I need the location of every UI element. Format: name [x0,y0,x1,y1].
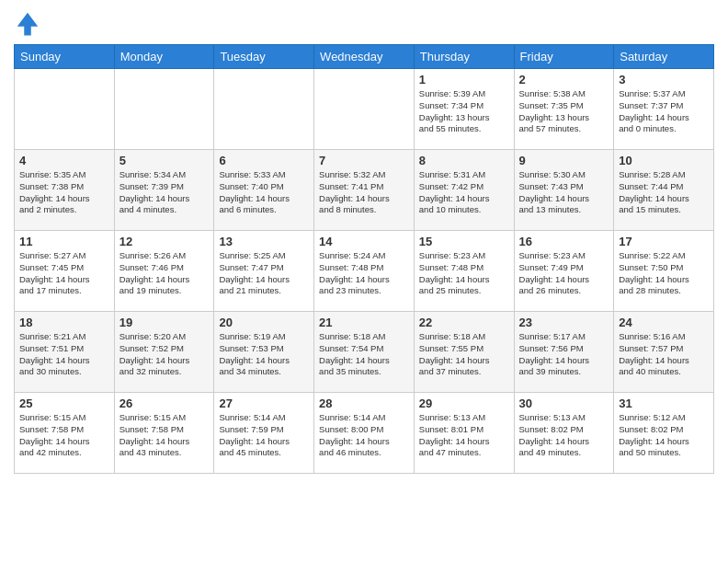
day-number: 31 [619,396,709,410]
calendar-cell: 13Sunrise: 5:25 AM Sunset: 7:47 PM Dayli… [214,231,314,312]
day-number: 5 [119,154,210,167]
day-number: 13 [219,235,309,248]
calendar-cell: 2Sunrise: 5:38 AM Sunset: 7:35 PM Daylig… [514,69,614,150]
calendar-cell: 27Sunrise: 5:14 AM Sunset: 7:59 PM Dayli… [214,393,314,474]
calendar-cell: 23Sunrise: 5:17 AM Sunset: 7:56 PM Dayli… [514,312,614,393]
calendar-header-monday: Monday [114,45,214,69]
calendar-week-3: 18Sunrise: 5:21 AM Sunset: 7:51 PM Dayli… [15,312,714,393]
day-info: Sunrise: 5:32 AM Sunset: 7:41 PM Dayligh… [319,169,409,216]
calendar-cell: 1Sunrise: 5:39 AM Sunset: 7:34 PM Daylig… [414,69,514,150]
logo [14,9,45,37]
day-number: 22 [419,316,509,329]
calendar-cell: 10Sunrise: 5:28 AM Sunset: 7:44 PM Dayli… [614,150,714,231]
calendar-week-0: 1Sunrise: 5:39 AM Sunset: 7:34 PM Daylig… [15,69,714,150]
calendar-cell: 28Sunrise: 5:14 AM Sunset: 8:00 PM Dayli… [314,393,415,474]
day-number: 11 [19,235,109,248]
calendar-cell: 15Sunrise: 5:23 AM Sunset: 7:48 PM Dayli… [414,231,514,312]
day-number: 29 [419,396,509,410]
calendar-header-sunday: Sunday [15,45,115,69]
day-number: 25 [19,396,109,410]
calendar-header-row: SundayMondayTuesdayWednesdayThursdayFrid… [15,45,714,69]
calendar-cell: 9Sunrise: 5:30 AM Sunset: 7:43 PM Daylig… [514,150,614,231]
day-info: Sunrise: 5:14 AM Sunset: 7:59 PM Dayligh… [219,412,309,459]
day-number: 27 [219,396,309,410]
calendar-cell: 12Sunrise: 5:26 AM Sunset: 7:46 PM Dayli… [114,231,214,312]
calendar-cell [15,69,115,150]
day-info: Sunrise: 5:26 AM Sunset: 7:46 PM Dayligh… [119,250,210,297]
day-number: 3 [619,73,709,86]
calendar-header-thursday: Thursday [414,45,514,69]
day-number: 9 [519,154,609,167]
day-info: Sunrise: 5:18 AM Sunset: 7:54 PM Dayligh… [319,331,409,378]
day-number: 8 [419,154,509,167]
day-info: Sunrise: 5:21 AM Sunset: 7:51 PM Dayligh… [19,331,109,378]
day-info: Sunrise: 5:23 AM Sunset: 7:49 PM Dayligh… [519,250,609,297]
calendar-cell: 24Sunrise: 5:16 AM Sunset: 7:57 PM Dayli… [614,312,714,393]
day-number: 21 [319,316,409,329]
calendar-cell: 16Sunrise: 5:23 AM Sunset: 7:49 PM Dayli… [514,231,614,312]
calendar: SundayMondayTuesdayWednesdayThursdayFrid… [14,44,714,474]
day-info: Sunrise: 5:25 AM Sunset: 7:47 PM Dayligh… [219,250,309,297]
day-info: Sunrise: 5:15 AM Sunset: 7:58 PM Dayligh… [119,412,210,459]
day-info: Sunrise: 5:18 AM Sunset: 7:55 PM Dayligh… [419,331,509,378]
calendar-cell: 26Sunrise: 5:15 AM Sunset: 7:58 PM Dayli… [114,393,214,474]
day-number: 7 [319,154,409,167]
calendar-cell: 6Sunrise: 5:33 AM Sunset: 7:40 PM Daylig… [214,150,314,231]
day-number: 28 [319,396,409,410]
calendar-cell [214,69,314,150]
calendar-cell: 17Sunrise: 5:22 AM Sunset: 7:50 PM Dayli… [614,231,714,312]
calendar-header-friday: Friday [514,45,614,69]
day-info: Sunrise: 5:20 AM Sunset: 7:52 PM Dayligh… [119,331,210,378]
calendar-header-tuesday: Tuesday [214,45,314,69]
day-info: Sunrise: 5:19 AM Sunset: 7:53 PM Dayligh… [219,331,309,378]
calendar-header-wednesday: Wednesday [314,45,415,69]
day-number: 26 [119,396,210,410]
day-info: Sunrise: 5:35 AM Sunset: 7:38 PM Dayligh… [19,169,109,216]
day-info: Sunrise: 5:27 AM Sunset: 7:45 PM Dayligh… [19,250,109,297]
day-info: Sunrise: 5:33 AM Sunset: 7:40 PM Dayligh… [219,169,309,216]
day-number: 1 [419,73,509,86]
day-info: Sunrise: 5:38 AM Sunset: 7:35 PM Dayligh… [519,88,609,135]
day-number: 19 [119,316,210,329]
calendar-cell: 25Sunrise: 5:15 AM Sunset: 7:58 PM Dayli… [15,393,115,474]
day-info: Sunrise: 5:14 AM Sunset: 8:00 PM Dayligh… [319,412,409,459]
calendar-cell [314,69,415,150]
calendar-cell: 19Sunrise: 5:20 AM Sunset: 7:52 PM Dayli… [114,312,214,393]
header [14,9,714,37]
calendar-week-1: 4Sunrise: 5:35 AM Sunset: 7:38 PM Daylig… [15,150,714,231]
day-info: Sunrise: 5:22 AM Sunset: 7:50 PM Dayligh… [619,250,709,297]
day-info: Sunrise: 5:16 AM Sunset: 7:57 PM Dayligh… [619,331,709,378]
day-info: Sunrise: 5:24 AM Sunset: 7:48 PM Dayligh… [319,250,409,297]
day-number: 12 [119,235,210,248]
calendar-header-saturday: Saturday [614,45,714,69]
calendar-cell: 4Sunrise: 5:35 AM Sunset: 7:38 PM Daylig… [15,150,115,231]
day-number: 20 [219,316,309,329]
calendar-cell: 11Sunrise: 5:27 AM Sunset: 7:45 PM Dayli… [15,231,115,312]
calendar-cell: 7Sunrise: 5:32 AM Sunset: 7:41 PM Daylig… [314,150,415,231]
day-number: 2 [519,73,609,86]
day-info: Sunrise: 5:31 AM Sunset: 7:42 PM Dayligh… [419,169,509,216]
calendar-week-2: 11Sunrise: 5:27 AM Sunset: 7:45 PM Dayli… [15,231,714,312]
day-number: 23 [519,316,609,329]
svg-marker-0 [17,13,39,36]
day-number: 17 [619,235,709,248]
day-number: 4 [19,154,109,167]
calendar-cell: 3Sunrise: 5:37 AM Sunset: 7:37 PM Daylig… [614,69,714,150]
day-info: Sunrise: 5:12 AM Sunset: 8:02 PM Dayligh… [619,412,709,459]
day-info: Sunrise: 5:23 AM Sunset: 7:48 PM Dayligh… [419,250,509,297]
day-info: Sunrise: 5:37 AM Sunset: 7:37 PM Dayligh… [619,88,709,135]
day-info: Sunrise: 5:13 AM Sunset: 8:01 PM Dayligh… [419,412,509,459]
calendar-cell: 18Sunrise: 5:21 AM Sunset: 7:51 PM Dayli… [15,312,115,393]
calendar-cell: 20Sunrise: 5:19 AM Sunset: 7:53 PM Dayli… [214,312,314,393]
calendar-cell [114,69,214,150]
page: SundayMondayTuesdayWednesdayThursdayFrid… [0,0,728,563]
calendar-cell: 30Sunrise: 5:13 AM Sunset: 8:02 PM Dayli… [514,393,614,474]
day-info: Sunrise: 5:17 AM Sunset: 7:56 PM Dayligh… [519,331,609,378]
day-number: 30 [519,396,609,410]
calendar-cell: 8Sunrise: 5:31 AM Sunset: 7:42 PM Daylig… [414,150,514,231]
day-number: 14 [319,235,409,248]
day-number: 15 [419,235,509,248]
day-info: Sunrise: 5:34 AM Sunset: 7:39 PM Dayligh… [119,169,210,216]
day-info: Sunrise: 5:39 AM Sunset: 7:34 PM Dayligh… [419,88,509,135]
calendar-cell: 14Sunrise: 5:24 AM Sunset: 7:48 PM Dayli… [314,231,415,312]
